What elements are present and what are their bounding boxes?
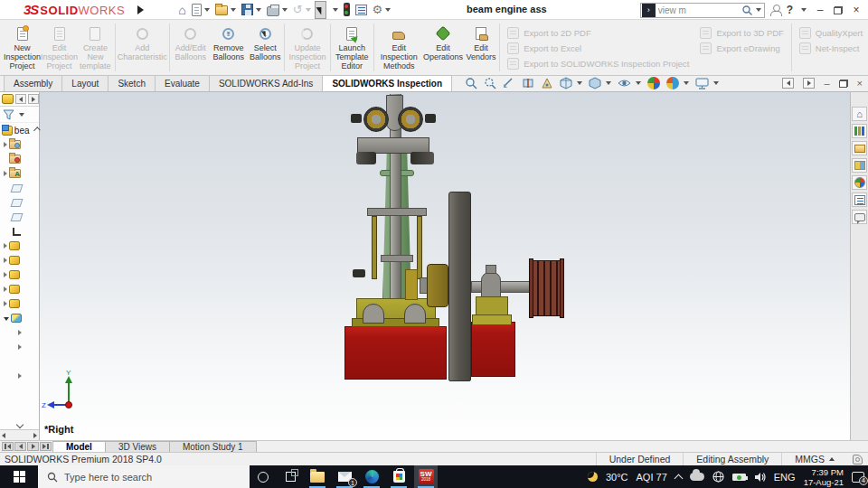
first-tab-button[interactable] <box>2 442 14 451</box>
search-input[interactable]: view m <box>658 5 741 15</box>
guide-bracket[interactable] <box>367 208 427 216</box>
engine-base-left[interactable] <box>344 326 447 380</box>
edit-appearance-icon[interactable] <box>647 77 660 89</box>
new-inspection-project-button[interactable]: New Inspection Project <box>4 22 41 73</box>
battery-icon[interactable] <box>732 474 746 481</box>
taskbar-search-box[interactable]: Type here to search <box>38 465 250 488</box>
doc-restore-button[interactable] <box>839 80 848 88</box>
tree-component-row[interactable] <box>0 253 39 267</box>
options-button[interactable]: ⚙ <box>371 1 393 19</box>
tab-3d-views[interactable]: 3D Views <box>105 441 170 452</box>
apply-scene-button[interactable] <box>666 77 689 89</box>
view-settings-button[interactable] <box>695 78 719 89</box>
filter-funnel-icon[interactable] <box>3 109 14 120</box>
tree-component-row[interactable] <box>0 282 39 296</box>
search-commands-box[interactable]: › view m <box>640 3 765 18</box>
custom-properties-button[interactable] <box>852 192 867 207</box>
tab-sketch[interactable]: Sketch <box>108 75 156 91</box>
pedestal-top-block[interactable] <box>486 265 496 274</box>
crosshead-guide[interactable] <box>405 269 418 300</box>
tree-top-plane-row[interactable] <box>0 195 39 210</box>
network-icon[interactable] <box>712 471 724 483</box>
close-button[interactable]: × <box>848 4 864 16</box>
select-tool-dropdown[interactable] <box>328 1 340 19</box>
show-hidden-icons-button[interactable] <box>674 474 683 483</box>
tree-subitem-row[interactable] <box>0 369 39 383</box>
tree-annotations-row[interactable]: A <box>0 166 39 181</box>
scroll-left-icon[interactable] <box>2 433 5 438</box>
task-view-button[interactable] <box>278 465 302 488</box>
home-tab-button[interactable]: ⌂ <box>852 107 867 121</box>
select-balloons-button[interactable]: 1 Select Balloons <box>248 22 283 73</box>
minimize-button[interactable]: – <box>812 4 828 16</box>
pedestal-cap[interactable] <box>481 272 501 299</box>
action-center-button[interactable]: 4 <box>852 472 864 483</box>
view-palette-button[interactable] <box>852 158 867 173</box>
tree-subassembly-row[interactable] <box>0 311 39 325</box>
bearing-arch-right[interactable] <box>404 304 426 324</box>
weather-temp[interactable]: 30°C <box>606 472 628 483</box>
tree-history-row[interactable] <box>0 137 39 152</box>
edit-vendors-button[interactable]: Edit Vendors <box>464 22 497 73</box>
engine-base-right[interactable] <box>471 322 515 377</box>
graphics-viewport[interactable]: Y Z *Right <box>40 92 850 440</box>
mail-taskbar-button[interactable]: 1 <box>333 465 356 488</box>
tab-solidworks-inspection[interactable]: SOLIDWORKS Inspection <box>322 75 452 91</box>
new-document-button[interactable] <box>190 1 212 19</box>
last-tab-button[interactable] <box>40 442 52 451</box>
tab-solidworks-add-ins[interactable]: SOLIDWORKS Add-Ins <box>209 75 323 91</box>
search-dropdown-icon[interactable] <box>756 8 761 12</box>
hide-show-items-button[interactable] <box>618 78 641 89</box>
previous-view-icon[interactable] <box>503 77 515 89</box>
pivot-bolt-right[interactable] <box>410 152 434 164</box>
appearances-button[interactable] <box>852 175 867 190</box>
doc-close-button[interactable]: × <box>857 78 863 89</box>
pedestal-foot[interactable] <box>472 314 512 325</box>
tree-component-row[interactable] <box>0 239 39 253</box>
tree-component-row[interactable] <box>0 296 39 311</box>
tree-horizontal-scrollbar[interactable] <box>0 429 39 440</box>
store-taskbar-button[interactable] <box>387 465 410 488</box>
guide-rod-left[interactable] <box>372 216 377 279</box>
print-button[interactable] <box>265 1 289 19</box>
tree-front-plane-row[interactable] <box>0 181 39 195</box>
tree-component-row[interactable] <box>0 267 39 282</box>
tab-layout[interactable]: Layout <box>61 75 108 91</box>
tree-origin-row[interactable] <box>0 224 39 239</box>
feature-manager-tree[interactable]: bea A <box>0 92 40 440</box>
zoom-area-icon[interactable] <box>484 77 496 89</box>
annotation-views-icon[interactable] <box>541 77 553 89</box>
edit-operations-button[interactable]: Edit Operations <box>421 22 464 73</box>
beam-bolt-left[interactable] <box>351 114 362 123</box>
beam-bolt-right[interactable] <box>425 114 436 123</box>
view-orientation-button[interactable] <box>560 77 582 89</box>
section-view-icon[interactable] <box>522 77 534 89</box>
cylinder-cap[interactable] <box>381 255 413 262</box>
clock[interactable]: 7:39 PM 17-Aug-21 <box>804 467 844 487</box>
tab-evaluate[interactable]: Evaluate <box>155 75 210 91</box>
tree-tab-next-button[interactable] <box>28 94 39 104</box>
pane-left-button[interactable] <box>782 78 794 89</box>
doc-minimize-button[interactable]: – <box>824 78 829 89</box>
search-icon[interactable] <box>741 5 753 16</box>
save-button[interactable] <box>240 1 263 19</box>
help-button[interactable]: ? <box>787 4 793 16</box>
tree-sensors-row[interactable] <box>0 152 39 166</box>
forum-button[interactable] <box>852 210 867 224</box>
login-user-icon[interactable] <box>770 5 781 15</box>
tab-model[interactable]: Model <box>52 441 106 452</box>
tree-subitem-row[interactable] <box>0 325 39 340</box>
prev-tab-button[interactable] <box>14 442 26 451</box>
beam-bearing-left[interactable] <box>363 107 389 132</box>
scroll-right-icon[interactable] <box>33 433 37 438</box>
undo-button[interactable]: ↺ <box>291 1 313 19</box>
onedrive-icon[interactable] <box>690 473 704 481</box>
bearing-arch-left[interactable] <box>363 304 384 324</box>
display-style-button[interactable] <box>589 77 611 89</box>
remove-balloons-button[interactable]: 1× Remove Balloons <box>210 22 248 73</box>
tree-right-plane-row[interactable] <box>0 210 39 224</box>
pivot-bolt-left[interactable] <box>356 152 376 164</box>
assembly-tab-icon[interactable] <box>2 94 14 104</box>
beam-bearing-right[interactable] <box>398 107 423 132</box>
pulley-flange-left[interactable] <box>529 258 533 318</box>
